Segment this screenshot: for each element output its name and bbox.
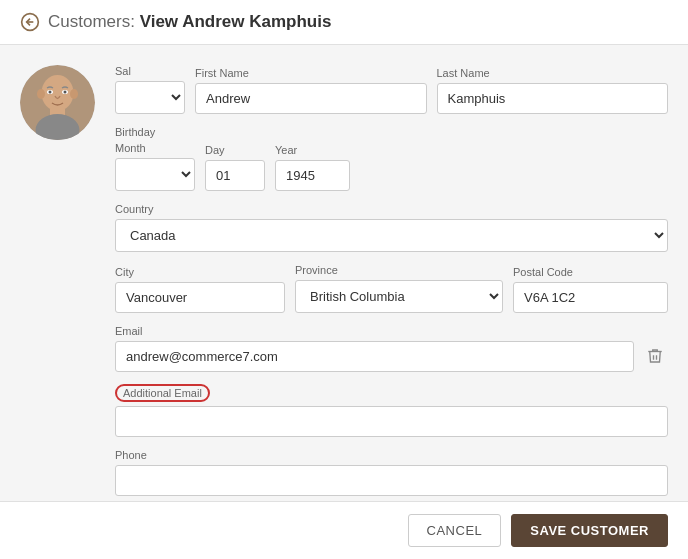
day-group: Day [205, 144, 265, 191]
day-input[interactable] [205, 160, 265, 191]
phone-group: Phone [115, 449, 668, 496]
month-group: Month 010203 040506 070809 101112 [115, 142, 195, 191]
main-content: Sal Mr. Mrs. Ms. Dr. First Name Last Nam… [0, 45, 688, 559]
birthday-row: Month 010203 040506 070809 101112 Day [115, 142, 668, 191]
country-group: Country Canada United States United King… [115, 203, 668, 252]
postal-label: Postal Code [513, 266, 668, 278]
month-label: Month [115, 142, 195, 154]
sal-label: Sal [115, 65, 185, 77]
country-label: Country [115, 203, 668, 215]
cancel-button[interactable]: CANCEL [408, 514, 502, 547]
country-select[interactable]: Canada United States United Kingdom Aust… [115, 219, 668, 252]
svg-point-10 [49, 91, 52, 94]
year-group: Year [275, 144, 350, 191]
postal-group: Postal Code [513, 266, 668, 313]
sal-select[interactable]: Mr. Mrs. Ms. Dr. [115, 81, 185, 114]
birthday-label: Birthday [115, 126, 668, 138]
first-name-input[interactable] [195, 83, 427, 114]
svg-point-11 [64, 91, 67, 94]
save-customer-button[interactable]: SAVE CUSTOMER [511, 514, 668, 547]
year-label: Year [275, 144, 350, 156]
month-select[interactable]: 010203 040506 070809 101112 [115, 158, 195, 191]
additional-email-label: Additional Email [115, 384, 210, 402]
email-label: Email [115, 325, 634, 337]
last-name-group: Last Name [437, 67, 669, 114]
city-group: City [115, 266, 285, 313]
svg-point-4 [37, 89, 45, 99]
delete-email-button[interactable] [642, 340, 668, 372]
day-label: Day [205, 144, 265, 156]
phone-input[interactable] [115, 465, 668, 496]
additional-email-section: Additional Email [115, 384, 668, 437]
address-row: City Province Alberta British Columbia M… [115, 264, 668, 313]
name-row: Sal Mr. Mrs. Ms. Dr. First Name Last Nam… [115, 65, 668, 114]
footer: CANCEL SAVE CUSTOMER [0, 501, 688, 559]
year-input[interactable] [275, 160, 350, 191]
province-select[interactable]: Alberta British Columbia Manitoba New Br… [295, 280, 503, 313]
last-name-label: Last Name [437, 67, 669, 79]
email-group: Email [115, 325, 634, 372]
sal-group: Sal Mr. Mrs. Ms. Dr. [115, 65, 185, 114]
last-name-input[interactable] [437, 83, 669, 114]
page-header: Customers: View Andrew Kamphuis [0, 0, 688, 45]
birthday-section: Birthday Month 010203 040506 070809 1011… [115, 126, 668, 191]
first-name-label: First Name [195, 67, 427, 79]
form-section: Sal Mr. Mrs. Ms. Dr. First Name Last Nam… [115, 65, 668, 559]
page-title: Customers: View Andrew Kamphuis [48, 12, 331, 32]
additional-email-input[interactable] [115, 406, 668, 437]
city-label: City [115, 266, 285, 278]
province-group: Province Alberta British Columbia Manito… [295, 264, 503, 313]
postal-input[interactable] [513, 282, 668, 313]
svg-point-5 [70, 89, 78, 99]
city-input[interactable] [115, 282, 285, 313]
first-name-group: First Name [195, 67, 427, 114]
email-row: Email [115, 325, 668, 372]
avatar [20, 65, 95, 140]
email-input[interactable] [115, 341, 634, 372]
phone-label: Phone [115, 449, 668, 461]
back-button[interactable] [20, 12, 40, 32]
province-label: Province [295, 264, 503, 276]
avatar-section [20, 65, 95, 559]
